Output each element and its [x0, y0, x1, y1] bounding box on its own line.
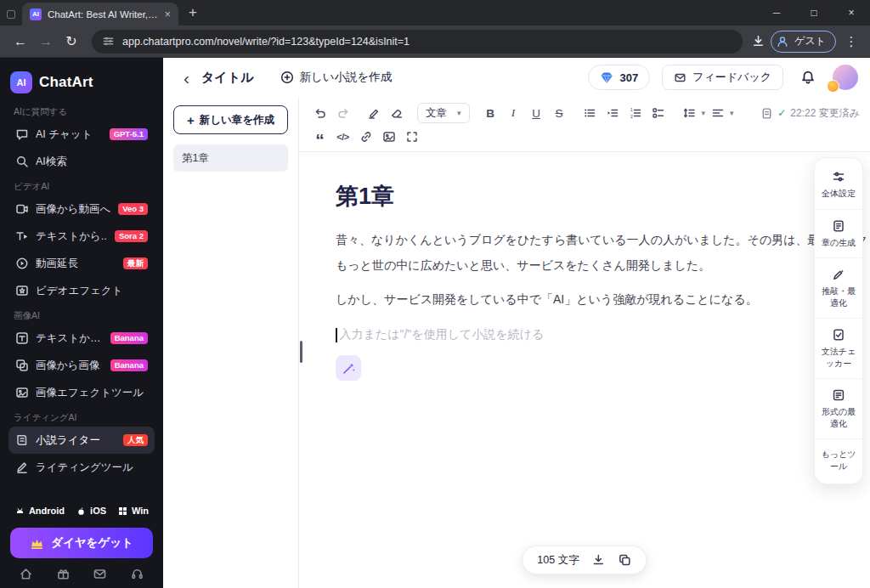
line-height-icon[interactable]: [679, 103, 700, 123]
chevron-down-icon[interactable]: ▾: [702, 110, 706, 117]
blockquote-icon[interactable]: “: [309, 127, 330, 147]
browser-menu-icon[interactable]: ⋮: [841, 34, 862, 49]
ordered-list-icon[interactable]: 12: [625, 103, 647, 123]
maximize-icon[interactable]: □: [795, 0, 833, 25]
highlighter-icon[interactable]: [363, 103, 384, 123]
copy-icon[interactable]: [619, 553, 632, 567]
paragraph-line[interactable]: しかし、サービス開発をしている中で「AI」という強敵が現れることになる。: [336, 286, 870, 312]
editor-canvas[interactable]: 第1章 昔々、なりかくんというブログをひたすら書いている一人の人がいました。その…: [299, 152, 870, 588]
logo-text: ChatArt: [39, 74, 93, 91]
search-icon: [15, 155, 29, 168]
home-icon[interactable]: [19, 567, 33, 581]
avatar[interactable]: [833, 65, 858, 90]
paragraph-line[interactable]: もっと世の中に広めたいと思い、サービスをたくさん開発しました。: [336, 252, 870, 278]
export-download-icon[interactable]: [592, 553, 606, 567]
tab-title: ChatArt: Best AI Writer, AI Cont: [48, 9, 158, 20]
back-icon[interactable]: ←: [8, 30, 32, 54]
platform-ios[interactable]: iOS: [76, 506, 106, 517]
toolbar-row-2: “ </>: [309, 125, 860, 149]
sidebar-item-text-to-video[interactable]: テキストから.. Sora 2: [8, 223, 155, 250]
url-bar[interactable]: app.chatartpro.com/novel/write/?id=123&t…: [92, 30, 743, 54]
banana-badge: Banana: [110, 359, 148, 371]
tool-grammar-checker[interactable]: 文法チェッカー: [815, 318, 862, 378]
eraser-icon[interactable]: [386, 103, 407, 123]
strikethrough-button[interactable]: S: [549, 103, 570, 123]
tab-close-icon[interactable]: ×: [164, 8, 171, 20]
svg-text:1: 1: [630, 107, 633, 112]
sidebar-item-ai-chat[interactable]: AI チャット GPT-5.1: [8, 121, 155, 148]
sidebar-item-ai-search[interactable]: AI検索: [8, 148, 155, 175]
task-list-icon[interactable]: [648, 103, 669, 123]
link-icon[interactable]: [355, 127, 376, 147]
back-button[interactable]: ‹: [184, 69, 189, 87]
platform-win[interactable]: Win: [117, 506, 149, 517]
image-icon[interactable]: [378, 127, 399, 147]
image-effects-icon: [15, 386, 29, 399]
redo-icon[interactable]: [332, 103, 353, 123]
url-text[interactable]: app.chatartpro.com/novel/write/?id=123&t…: [122, 36, 410, 48]
sidebar-item-image-effect-tools[interactable]: 画像エフェクトツール: [8, 379, 155, 406]
tool-format-optimize[interactable]: 形式の最適化: [815, 378, 862, 438]
diamond-count: 307: [619, 71, 638, 84]
new-novel-button[interactable]: 新しい小説を作成: [280, 70, 392, 85]
editor-column: 文章 ▾ B I U S 12 ▾: [299, 97, 870, 588]
sidebar-item-image-to-video[interactable]: 画像から動画へ Veo 3: [8, 195, 155, 223]
chapter-list-item[interactable]: 第1章: [173, 144, 288, 172]
sidebar: AI ChatArt AIに質問する AI チャット GPT-5.1 AI検索 …: [0, 58, 163, 588]
sidebar-item-video-effects[interactable]: ビデオエフェクト: [8, 277, 155, 304]
editor-scrollbar-thumb[interactable]: [300, 341, 302, 363]
sidebar-item-video-extend[interactable]: 動画延長 最新: [8, 250, 155, 277]
grammar-check-icon: [832, 328, 845, 342]
banana-badge: Banana: [110, 332, 148, 344]
download-icon[interactable]: [751, 34, 765, 48]
tool-polish-optimize[interactable]: 推敲・最適化: [815, 257, 862, 318]
tool-chapter-generate[interactable]: 章の生成: [815, 209, 862, 258]
undo-icon[interactable]: [309, 103, 330, 123]
code-icon[interactable]: </>: [332, 127, 353, 147]
logo[interactable]: AI ChatArt: [10, 68, 153, 97]
tool-global-settings[interactable]: 全体設定: [815, 161, 862, 209]
refresh-icon[interactable]: ↻: [59, 30, 83, 54]
new-chapter-button[interactable]: + 新しい章を作成: [173, 105, 288, 134]
close-icon[interactable]: ×: [833, 0, 870, 25]
sidebar-item-image-to-image[interactable]: 画像から画像 Banana: [8, 352, 155, 379]
site-settings-icon[interactable]: [102, 35, 115, 48]
mail-icon[interactable]: [93, 567, 107, 581]
align-icon[interactable]: [707, 103, 728, 123]
indent-list-icon[interactable]: [602, 103, 624, 123]
editor-input-line[interactable]: 入力または"/"を使用して小説を続ける: [336, 325, 870, 345]
notification-bell[interactable]: [795, 65, 821, 90]
gift-icon[interactable]: [56, 567, 71, 581]
chapter-heading[interactable]: 第1章: [336, 181, 870, 212]
forward-icon[interactable]: →: [34, 30, 58, 54]
platform-android[interactable]: Android: [14, 506, 65, 517]
sidebar-item-novel-writer[interactable]: 小説ライター 人気: [8, 427, 155, 454]
bullet-list-icon[interactable]: [579, 103, 601, 123]
fullscreen-icon[interactable]: [401, 127, 422, 147]
minimize-icon[interactable]: ─: [758, 0, 795, 25]
paragraph-line[interactable]: 昔々、なりかくんというブログをひたすら書いている一人の人がいました。その男は、最…: [336, 227, 870, 252]
sidebar-item-writing-tools[interactable]: ライティングツール: [8, 454, 155, 481]
support-icon[interactable]: [130, 567, 144, 581]
diamond-icon: [600, 71, 613, 84]
app-shell: AI ChatArt AIに質問する AI チャット GPT-5.1 AI検索 …: [0, 58, 870, 588]
streak-badge-icon: [827, 80, 839, 93]
underline-button[interactable]: U: [526, 103, 547, 123]
ai-continue-button[interactable]: [336, 355, 361, 381]
get-diamonds-button[interactable]: ダイヤをゲット: [10, 528, 153, 558]
bold-button[interactable]: B: [480, 103, 501, 123]
italic-button[interactable]: I: [503, 103, 524, 123]
tool-more-tools[interactable]: もっとツール: [815, 438, 862, 481]
sidebar-item-text-to-image[interactable]: テキストから.. Banana: [8, 325, 155, 352]
diamond-count-button[interactable]: 307: [588, 65, 650, 90]
new-tab-button[interactable]: +: [189, 4, 197, 21]
profile-button[interactable]: ゲスト: [771, 31, 836, 53]
chatart-logo-icon: AI: [10, 71, 32, 93]
app-header: ‹ タイトル 新しい小説を作成 307 フィードバック: [163, 58, 870, 97]
feedback-button[interactable]: フィードバック: [662, 65, 783, 90]
novel-title[interactable]: タイトル: [201, 70, 253, 86]
browser-tab[interactable]: AI ChatArt: Best AI Writer, AI Cont ×: [22, 3, 178, 25]
chevron-down-icon[interactable]: ▾: [730, 110, 734, 117]
sora-badge: Sora 2: [115, 230, 148, 242]
paragraph-style-select[interactable]: 文章 ▾: [417, 103, 470, 123]
